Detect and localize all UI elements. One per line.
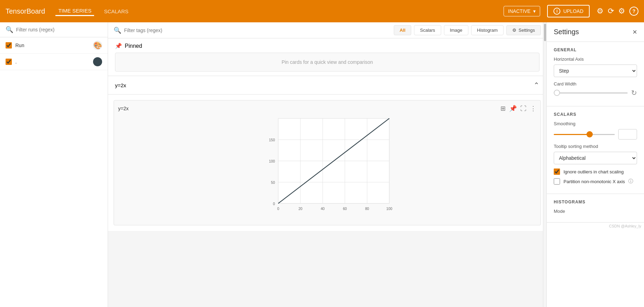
settings-toggle-button[interactable]: ⚙ Settings: [506, 25, 541, 35]
partition-checkbox[interactable]: [554, 178, 560, 185]
fullscreen-icon[interactable]: ⛶: [520, 105, 527, 112]
settings-close-button[interactable]: ×: [632, 28, 637, 36]
sidebar-item-run: Run 🎨: [0, 37, 108, 54]
pinned-header: 📌 Pinned: [115, 43, 539, 49]
dot-color-picker[interactable]: [93, 57, 102, 66]
search-icon: 🔍: [6, 26, 13, 33]
card-width-reset-button[interactable]: ↻: [631, 89, 637, 96]
filter-histogram-button[interactable]: Histogram: [471, 25, 504, 35]
palette-icon: 🎨: [93, 41, 102, 50]
chart-card: y=2x ⊞ 📌 ⛶ ⋮: [114, 100, 541, 225]
sidebar: 🔍 Run 🎨 .: [0, 22, 108, 307]
refresh-icon[interactable]: ⟳: [608, 7, 614, 15]
svg-text:150: 150: [269, 138, 275, 142]
svg-text:40: 40: [321, 207, 325, 211]
content-toolbar: 🔍 All Scalars Image Histogram ⚙ Settings: [108, 22, 546, 38]
svg-text:0: 0: [277, 207, 279, 211]
dot-checkbox[interactable]: [6, 59, 12, 65]
horizontal-axis-select[interactable]: Step Relative Wall: [554, 65, 637, 77]
svg-text:60: 60: [343, 207, 347, 211]
tooltip-sorting-select[interactable]: Alphabetical Ascending Descending None: [554, 152, 637, 164]
settings-gear-icon: ⚙: [512, 28, 516, 33]
filter-runs-input[interactable]: [16, 27, 102, 32]
pin-icon: 📌: [115, 43, 122, 49]
nav-time-series[interactable]: TIME SERIES: [55, 6, 94, 16]
svg-text:0: 0: [273, 202, 275, 206]
sidebar-item-dot: .: [0, 54, 108, 70]
content-body: 📌 Pinned Pin cards for a quick view and …: [108, 38, 546, 307]
svg-text:80: 80: [365, 207, 369, 211]
settings-panel: Settings × GENERAL Horizontal Axis Step …: [546, 22, 644, 307]
general-section-title: GENERAL: [554, 47, 637, 52]
dot-label: .: [15, 59, 90, 65]
partition-label: Partition non-monotonic X axis: [564, 179, 625, 184]
tooltip-sorting-label: Tooltip sorting method: [554, 144, 637, 149]
histograms-section-title: HISTOGRAMS: [554, 200, 637, 204]
horizontal-axis-label: Horizontal Axis: [554, 57, 637, 62]
app-logo: TensorBoard: [6, 7, 45, 15]
svg-text:100: 100: [269, 159, 275, 163]
chart-card-icons: ⊞ 📌 ⛶ ⋮: [500, 105, 536, 112]
pinned-title: Pinned: [125, 43, 142, 49]
tag-search-bar[interactable]: 🔍: [114, 27, 391, 34]
scroll-thumb: [544, 24, 546, 41]
card-width-label: Card Width: [554, 81, 637, 87]
settings-scalars-section: SCALARS Smoothing 0.6 Tooltip sorting me…: [547, 106, 644, 194]
account-icon[interactable]: ⚙: [597, 7, 604, 15]
search-icon: 🔍: [114, 27, 121, 34]
line-chart: 0 50 100 150 0 20 40 60 80 100: [118, 115, 536, 220]
run-checkbox[interactable]: [6, 42, 12, 48]
watermark: CSDN @Ashley_ly: [547, 223, 644, 230]
info-circle-icon: i: [553, 8, 560, 15]
settings-general-section: GENERAL Horizontal Axis Step Relative Wa…: [547, 42, 644, 106]
filter-tags-input[interactable]: [124, 28, 391, 33]
nav-scalars[interactable]: SCALARS: [101, 7, 131, 16]
partition-help-icon[interactable]: ⓘ: [628, 178, 633, 185]
chart-section-title: y=2x: [115, 82, 126, 88]
run-color-picker[interactable]: 🎨: [93, 41, 102, 50]
mode-label: Mode: [554, 209, 637, 214]
ignore-outliers-label: Ignore outliers in chart scaling: [564, 169, 624, 174]
top-nav: TensorBoard TIME SERIES SCALARS INACTIVE…: [0, 0, 644, 22]
smoothing-value-input[interactable]: 0.6: [618, 129, 637, 140]
upload-button[interactable]: i UPLOAD: [547, 5, 590, 17]
settings-histograms-section: HISTOGRAMS Mode: [547, 194, 644, 223]
card-width-row: ↻: [554, 89, 637, 96]
pinned-section: 📌 Pinned Pin cards for a quick view and …: [108, 38, 546, 76]
pin-icon[interactable]: 📌: [509, 105, 517, 112]
scalars-section-title: SCALARS: [554, 112, 637, 117]
ignore-outliers-row: Ignore outliers in chart scaling: [554, 169, 637, 175]
smoothing-row: 0.6: [554, 129, 637, 140]
partition-row: Partition non-monotonic X axis ⓘ: [554, 178, 637, 185]
smoothing-label: Smoothing: [554, 121, 637, 126]
smoothing-slider[interactable]: [554, 134, 615, 135]
chart-section-header: y=2x ⌃: [108, 76, 546, 95]
scrollbar[interactable]: [543, 22, 546, 307]
help-icon[interactable]: ?: [629, 7, 638, 16]
content-area: 🔍 All Scalars Image Histogram ⚙ Settings…: [108, 22, 546, 307]
collapse-icon[interactable]: ⌃: [534, 81, 539, 89]
chart-card-header: y=2x ⊞ 📌 ⛶ ⋮: [118, 105, 536, 112]
filter-scalars-button[interactable]: Scalars: [414, 25, 441, 35]
settings-panel-title: Settings: [554, 28, 579, 36]
settings-panel-header: Settings ×: [547, 22, 644, 42]
topnav-icons: ⚙ ⟳ ⚙ ?: [597, 7, 638, 16]
chevron-down-icon: ▾: [533, 8, 536, 14]
status-label: INACTIVE: [508, 8, 531, 14]
filter-image-button[interactable]: Image: [444, 25, 468, 35]
chart-section: y=2x ⌃ y=2x ⊞ 📌 ⛶ ⋮: [108, 76, 546, 231]
pinned-empty-message: Pin cards for a quick view and compariso…: [115, 53, 539, 72]
card-width-slider[interactable]: [554, 92, 628, 93]
svg-text:50: 50: [271, 181, 275, 185]
filter-all-button[interactable]: All: [394, 25, 412, 35]
svg-text:20: 20: [298, 207, 302, 211]
sidebar-search-bar[interactable]: 🔍: [0, 22, 108, 37]
chart-card-title: y=2x: [118, 106, 129, 111]
expand-chart-icon[interactable]: ⊞: [500, 105, 506, 112]
svg-text:100: 100: [386, 207, 392, 211]
status-dropdown[interactable]: INACTIVE ▾: [504, 6, 540, 16]
ignore-outliers-checkbox[interactable]: [554, 169, 560, 175]
more-vert-icon[interactable]: ⋮: [530, 105, 536, 112]
settings-icon[interactable]: ⚙: [618, 7, 625, 15]
run-label: Run: [15, 43, 90, 48]
